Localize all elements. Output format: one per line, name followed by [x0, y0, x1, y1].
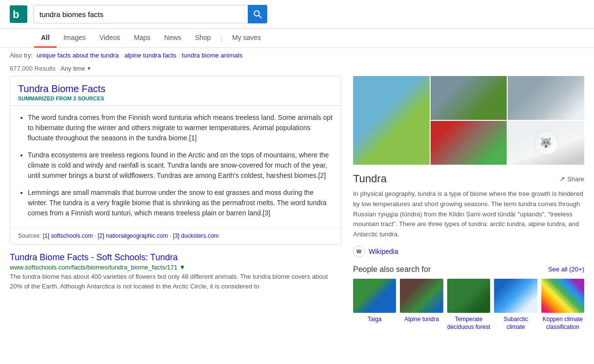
- taiga-label: Taiga: [353, 316, 396, 324]
- see-all-link[interactable]: See all (20+): [548, 266, 584, 273]
- tundra-image-2[interactable]: [431, 76, 507, 120]
- image-grid: 🐺 See all images: [353, 76, 584, 166]
- summary-header: Tundra Biome Facts SUMMARIZED FROM 3 SOU…: [10, 77, 341, 105]
- subarctic-label: Subarctic climate: [494, 316, 537, 331]
- tab-all[interactable]: All: [34, 29, 57, 48]
- wikipedia-label: Wikipedia: [369, 248, 398, 255]
- tundra-image-3[interactable]: [508, 76, 584, 120]
- nav-tabs: All Images Videos Maps News Shop | My sa…: [0, 29, 594, 48]
- alpine-label: Alpine tundra: [400, 316, 443, 324]
- result-title-1[interactable]: Tundra Biome Facts - Soft Schools: Tundr…: [10, 252, 341, 263]
- people-item-temperate[interactable]: Temperate deciduous forest: [447, 279, 490, 331]
- also-try-link-1[interactable]: unique facts about the tundra: [37, 52, 119, 59]
- nav-separator: |: [220, 34, 222, 42]
- results-count: 677,000 Results: [10, 65, 56, 72]
- anytime-filter[interactable]: Any time ▼: [60, 65, 91, 72]
- bullet-item-1: The word tundra comes from the Finnish w…: [28, 113, 333, 143]
- dot-1: ·: [120, 52, 122, 59]
- info-card-header: Tundra ↗ Share: [353, 172, 584, 185]
- bullet-item-2: Tundra ecosystems are treeless regions f…: [28, 150, 333, 181]
- search-result-1: Tundra Biome Facts - Soft Schools: Tundr…: [10, 252, 341, 291]
- tab-news[interactable]: News: [158, 29, 188, 48]
- tundra-image-1[interactable]: [353, 76, 430, 165]
- results-meta: 677,000 Results Any time ▼: [0, 63, 594, 76]
- bullet-text-3: Lemmings are small mammals that burrow u…: [28, 189, 327, 217]
- info-card: Tundra ↗ Share In physical geography, tu…: [353, 172, 584, 331]
- also-try-bar: Also try: unique facts about the tundra …: [0, 48, 594, 63]
- left-column: Tundra Biome Facts SUMMARIZED FROM 3 SOU…: [10, 76, 341, 331]
- info-card-title: Tundra: [353, 172, 387, 185]
- bing-logo[interactable]: b: [10, 5, 27, 23]
- search-bar-container: tundra biomes facts: [33, 5, 267, 23]
- source-link-3[interactable]: [3] ducksters.com: [173, 232, 219, 239]
- tundra-image-4[interactable]: [431, 121, 507, 165]
- search-icon: [253, 10, 262, 19]
- chevron-down-icon: ▼: [87, 66, 92, 71]
- summary-sources-label: SUMMARIZED FROM 3 SOURCES: [18, 96, 333, 101]
- result-snippet-1: The tundra biome has about 400 varieties…: [10, 272, 341, 291]
- main-layout: Tundra Biome Facts SUMMARIZED FROM 3 SOU…: [0, 76, 594, 331]
- temperate-image: [447, 279, 490, 313]
- wikipedia-icon: W: [353, 246, 365, 257]
- source-link-1[interactable]: [1] softschools.com: [43, 232, 93, 239]
- dot-2: ·: [178, 52, 180, 59]
- subarctic-image: [494, 279, 537, 313]
- also-try-link-3[interactable]: tundra biome animals: [182, 52, 242, 59]
- people-search-title: People also search for: [353, 265, 431, 274]
- taiga-image: [353, 279, 396, 313]
- result-url-1: www.softschools.com/facts/biomes/tundra_…: [10, 264, 341, 271]
- summary-content: The word tundra comes from the Finnish w…: [10, 106, 341, 227]
- tab-maps[interactable]: Maps: [127, 29, 157, 48]
- bullet-text-2: Tundra ecosystems are treeless regions f…: [28, 151, 329, 179]
- also-try-label: Also try:: [10, 52, 33, 59]
- bullet-text-1: The word tundra comes from the Finnish w…: [28, 114, 333, 142]
- koppen-label: Köppen climate classification: [541, 316, 584, 331]
- tab-mysaves[interactable]: My saves: [225, 29, 268, 48]
- search-input[interactable]: tundra biomes facts: [33, 5, 267, 23]
- summary-box: Tundra Biome Facts SUMMARIZED FROM 3 SOU…: [10, 76, 341, 245]
- bullet-item-3: Lemmings are small mammals that burrow u…: [28, 188, 333, 218]
- right-column: 🐺 See all images Tundra ↗ Share In physi…: [353, 76, 584, 331]
- people-search-grid: Taiga Alpine tundra Temperate deciduous …: [353, 279, 584, 331]
- temperate-label: Temperate deciduous forest: [447, 316, 490, 331]
- svg-text:b: b: [13, 8, 19, 20]
- source-link-2[interactable]: [2] nationalgeographic.com: [98, 232, 168, 239]
- summary-title: Tundra Biome Facts: [18, 83, 333, 95]
- search-button[interactable]: [248, 5, 267, 23]
- bullet-list: The word tundra comes from the Finnish w…: [18, 113, 333, 218]
- koppen-image: [541, 279, 584, 313]
- tab-videos[interactable]: Videos: [93, 29, 127, 48]
- sources-line: Sources: [1] softschools.com · [2] natio…: [10, 227, 341, 244]
- people-also-search: People also search for See all (20+) Tai…: [353, 265, 584, 331]
- people-item-taiga[interactable]: Taiga: [353, 279, 396, 331]
- also-try-link-2[interactable]: alpine tundra facts: [124, 52, 176, 59]
- share-button[interactable]: ↗ Share: [559, 175, 584, 183]
- tundra-image-5[interactable]: 🐺: [508, 121, 584, 165]
- people-item-alpine[interactable]: Alpine tundra: [400, 279, 443, 331]
- info-card-text: In physical geography, tundra is a type …: [353, 189, 584, 240]
- people-item-koppen[interactable]: Köppen climate classification: [541, 279, 584, 331]
- people-search-header: People also search for See all (20+): [353, 265, 584, 274]
- header: b tundra biomes facts: [0, 0, 594, 29]
- tab-images[interactable]: Images: [57, 29, 93, 48]
- share-icon: ↗: [559, 175, 565, 183]
- tab-shop[interactable]: Shop: [188, 29, 218, 48]
- people-item-subarctic[interactable]: Subarctic climate: [494, 279, 537, 331]
- alpine-image: [400, 279, 443, 313]
- svg-line-3: [259, 16, 261, 18]
- wikipedia-link[interactable]: W Wikipedia: [353, 246, 584, 257]
